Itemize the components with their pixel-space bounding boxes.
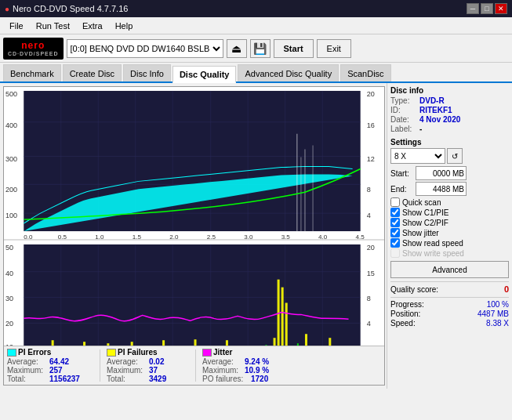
svg-text:40: 40 [5,270,13,277]
show-jitter-label[interactable]: Show jitter [402,229,439,237]
svg-text:2.0: 2.0 [169,234,179,239]
progress-label: Progress: [390,300,424,309]
svg-text:400: 400 [5,121,17,129]
disc-info-section: Disc info Type: DVD-R ID: RITEKF1 Date: … [390,86,509,133]
disc-type-val: DVD-R [419,96,445,105]
menu-run-test[interactable]: Run Test [30,20,76,32]
disc-id-label: ID: [390,106,418,114]
disc-type-row: Type: DVD-R [390,96,509,105]
jitter-po-label: PO failures: [202,375,249,383]
settings-header: Settings [390,138,509,147]
svg-text:4: 4 [367,212,371,219]
svg-text:200: 200 [5,186,17,194]
advanced-button[interactable]: Advanced [390,261,509,278]
svg-text:0.0: 0.0 [24,234,33,239]
close-button[interactable]: ✕ [495,3,507,14]
pi-failures-max-val: 37 [149,366,158,375]
svg-text:30: 30 [5,295,13,303]
start-mb-input[interactable] [416,166,467,180]
speed-row2: Speed: 8.38 X [390,319,509,328]
bottom-chart: 50 40 30 20 10 20 15 8 4 [4,240,384,361]
quality-score-value: 0 [504,284,509,294]
menu-file[interactable]: File [3,20,30,32]
show-read-speed-row: Show read speed [390,238,509,248]
minimize-button[interactable]: ─ [467,3,479,14]
svg-text:2.5: 2.5 [207,234,216,239]
tab-create-disc[interactable]: Create Disc [63,64,122,81]
show-c1-checkbox[interactable] [390,208,400,217]
top-chart-svg: 500 400 300 200 100 20 16 12 8 4 [4,87,384,239]
exit-button[interactable]: Exit [317,39,351,58]
tab-disc-quality[interactable]: Disc Quality [172,66,237,83]
svg-text:20: 20 [367,90,375,98]
end-mb-row: End: [390,182,509,196]
jitter-max-val: 10.9 % [245,366,269,375]
show-jitter-checkbox[interactable] [390,228,400,237]
tab-disc-info[interactable]: Disc Info [123,64,171,81]
disc-date-label: Date: [390,115,418,124]
title-bar-left: ● Nero CD-DVD Speed 4.7.7.16 [5,4,128,13]
charts-area: 500 400 300 200 100 20 16 12 8 4 [3,86,385,386]
quick-scan-label[interactable]: Quick scan [402,198,441,207]
jitter-po-val: 1720 [251,375,268,383]
svg-text:4.0: 4.0 [318,234,328,239]
app-title: Nero CD-DVD Speed 4.7.7.16 [13,4,128,13]
jitter-po-row: PO failures: 1720 [202,375,285,383]
menu-extra[interactable]: Extra [76,20,109,32]
drive-select[interactable]: [0:0] BENQ DVD DD DW1640 BSLB [67,39,223,58]
start-button[interactable]: Start [274,39,314,58]
show-read-speed-checkbox[interactable] [390,238,400,248]
progress-value: 100 % [487,300,509,309]
svg-text:20: 20 [367,244,375,252]
stat-group-pi-failures: PI Failures Average: 0.02 Maximum: 37 To… [107,348,189,383]
save-icon[interactable]: 💾 [250,39,271,58]
svg-text:8: 8 [367,186,371,194]
pi-failures-avg-val: 0.02 [149,357,164,366]
pi-failures-avg-label: Average: [107,357,147,366]
show-c1-row: Show C1/PIE [390,208,509,217]
position-value: 4487 MB [478,310,509,318]
stat-group-jitter: Jitter Average: 9.24 % Maximum: 10.9 % P… [202,348,285,383]
quick-scan-checkbox[interactable] [390,197,400,207]
speed-select[interactable]: 8 X Max 4 X 16 X [390,148,445,164]
pi-errors-avg-label: Average: [7,357,48,366]
show-write-speed-row: Show write speed [390,248,509,258]
show-write-speed-checkbox[interactable] [390,248,400,258]
svg-text:50: 50 [5,244,13,252]
bottom-chart-svg: 50 40 30 20 10 20 15 8 4 [4,241,384,361]
svg-text:4.5: 4.5 [356,234,365,239]
pi-errors-max-val: 257 [49,366,63,375]
tab-benchmark[interactable]: Benchmark [3,64,61,81]
stat-group-pi-errors: PI Errors Average: 64.42 Maximum: 257 To… [7,348,93,383]
pi-failures-total-label: Total: [107,375,147,383]
show-c2-checkbox[interactable] [390,218,400,227]
svg-text:8: 8 [367,295,371,303]
refresh-button[interactable]: ↺ [447,148,463,164]
svg-text:500: 500 [5,90,17,98]
svg-text:3.5: 3.5 [281,234,291,239]
quality-score-label: Quality score: [390,285,438,294]
svg-text:20: 20 [5,320,13,328]
pi-errors-label: PI Errors [18,348,51,357]
jitter-max-label: Maximum: [202,366,243,375]
pi-errors-total-val: 1156237 [49,375,80,383]
show-c2-row: Show C2/PIF [390,218,509,227]
menu-help[interactable]: Help [109,20,140,32]
show-c1-label[interactable]: Show C1/PIE [402,208,448,217]
end-mb-input[interactable] [416,182,467,196]
start-mb-row: Start: [390,166,509,180]
nero-subtitle: CD·DVD/SPEED [8,51,59,56]
app-icon: ● [5,5,9,13]
pi-errors-max-row: Maximum: 257 [7,366,93,375]
show-c2-label[interactable]: Show C2/PIF [402,219,448,227]
disc-id-row: ID: RITEKF1 [390,106,509,114]
maximize-button[interactable]: □ [481,3,493,14]
eject-icon[interactable]: ⏏ [227,39,247,58]
show-jitter-row: Show jitter [390,228,509,237]
show-read-speed-label[interactable]: Show read speed [402,239,463,248]
tab-scandisc[interactable]: ScanDisc [340,64,390,81]
tab-advanced-disc-quality[interactable]: Advanced Disc Quality [238,64,339,81]
pi-failures-max-row: Maximum: 37 [107,366,189,375]
nero-brand: nero [21,40,45,51]
pi-failures-total-val: 3429 [149,375,166,383]
